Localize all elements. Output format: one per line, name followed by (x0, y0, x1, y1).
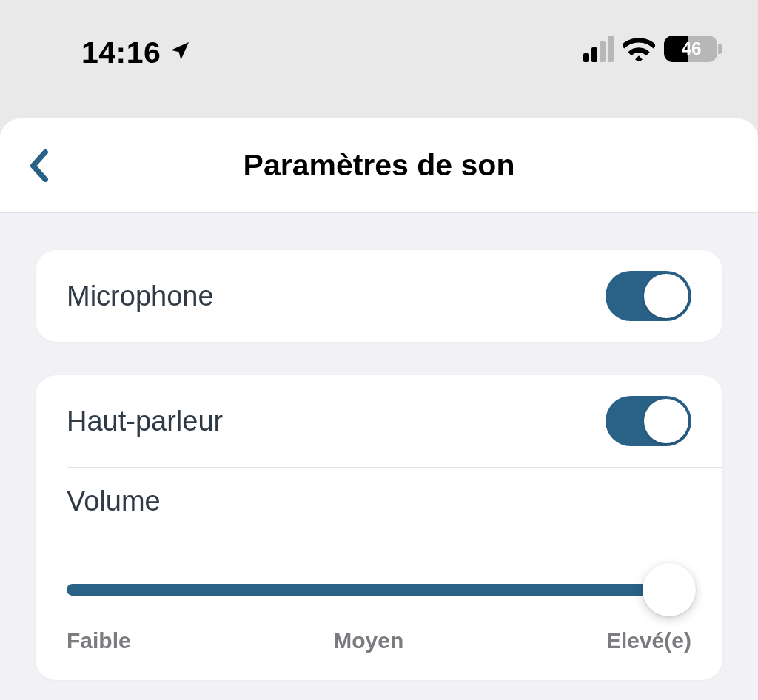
volume-label-high: Elevé(e) (606, 628, 691, 653)
microphone-toggle[interactable] (606, 271, 691, 321)
status-time: 14:16 (81, 36, 161, 70)
page-title: Paramètres de son (244, 148, 515, 183)
microphone-row: Microphone (36, 250, 722, 342)
volume-slider[interactable] (67, 584, 691, 596)
volume-label-low: Faible (67, 628, 131, 653)
microphone-label: Microphone (67, 280, 214, 312)
battery-percent: 46 (664, 38, 717, 59)
volume-slider-wrap (36, 517, 722, 603)
status-right: 46 (583, 36, 717, 62)
volume-label-mid: Moyen (333, 628, 403, 653)
cellular-signal-icon (583, 36, 614, 62)
location-icon (168, 36, 192, 70)
speaker-toggle[interactable] (606, 396, 691, 446)
volume-label: Volume (67, 485, 691, 517)
microphone-card: Microphone (36, 250, 722, 342)
battery-icon: 46 (664, 36, 717, 62)
volume-slider-thumb[interactable] (643, 563, 696, 616)
sheet-header: Paramètres de son (0, 118, 758, 213)
speaker-card: Haut-parleur Volume Faible Moyen (36, 375, 722, 680)
back-button[interactable] (21, 148, 56, 184)
settings-sheet: Paramètres de son Microphone Haut-parleu… (0, 118, 758, 700)
volume-row: Volume (36, 468, 722, 517)
speaker-row: Haut-parleur (36, 375, 722, 467)
wifi-icon (623, 36, 655, 61)
status-left: 14:16 (81, 36, 192, 70)
volume-slider-labels: Faible Moyen Elevé(e) (36, 603, 722, 680)
sheet-body: Microphone Haut-parleur Volume (0, 213, 758, 680)
status-bar: 14:16 46 (0, 0, 758, 118)
speaker-label: Haut-parleur (67, 405, 223, 437)
